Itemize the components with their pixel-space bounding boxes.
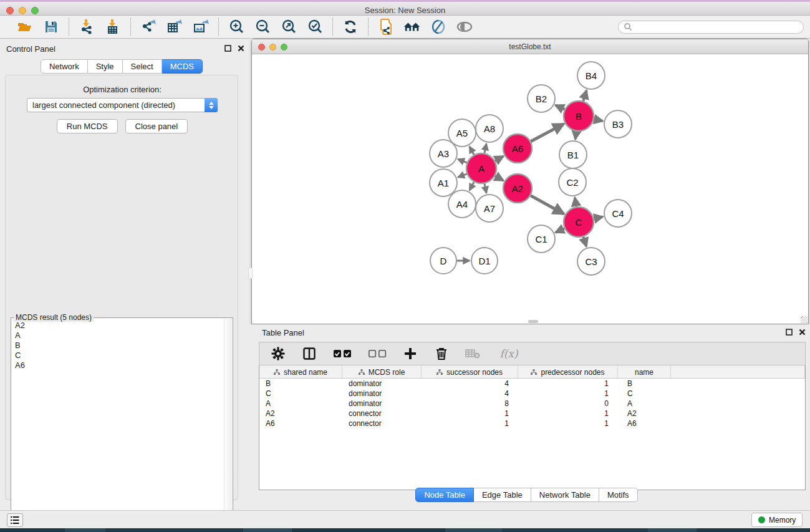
- save-session-icon[interactable]: [42, 18, 60, 36]
- memory-button[interactable]: Memory: [751, 513, 803, 527]
- import-network-icon[interactable]: [78, 18, 95, 36]
- zoom-out-icon[interactable]: [254, 18, 271, 36]
- result-scrollbar[interactable]: [224, 319, 232, 526]
- graph-node-D[interactable]: D: [430, 248, 456, 274]
- open-file-icon[interactable]: [16, 18, 34, 36]
- table-cell[interactable]: 1: [518, 409, 618, 418]
- add-column-icon[interactable]: [402, 345, 419, 362]
- table-cell[interactable]: 1: [422, 418, 518, 428]
- table-cell[interactable]: dominator: [342, 399, 422, 409]
- close-panel-icon[interactable]: [238, 45, 244, 52]
- table-row[interactable]: A6connector11A6: [259, 418, 805, 428]
- table-cell[interactable]: A2: [618, 409, 671, 418]
- show-panel-eye-icon[interactable]: [456, 18, 473, 36]
- table-cell[interactable]: A2: [259, 409, 342, 418]
- graph-edge-A-A5[interactable]: [470, 147, 474, 155]
- hide-panel-icon[interactable]: [430, 18, 447, 36]
- table-cell[interactable]: 0: [518, 399, 618, 409]
- graph-edge-B-B3[interactable]: [594, 119, 602, 121]
- graph-edge-C-C2[interactable]: [575, 198, 576, 207]
- graph-node-A4[interactable]: A4: [448, 190, 476, 218]
- graph-edge-C-C1[interactable]: [556, 228, 564, 232]
- table-row[interactable]: Adominator80A: [259, 399, 805, 409]
- table-cell[interactable]: A6: [259, 418, 342, 428]
- graph-node-B3[interactable]: B3: [604, 110, 632, 138]
- network-window-titlebar[interactable]: testGlobe.txt: [252, 39, 808, 54]
- graph-node-C2[interactable]: C2: [559, 168, 586, 196]
- tab-select[interactable]: Select: [123, 59, 162, 74]
- table-cell[interactable]: 1: [518, 418, 618, 428]
- close-panel-button[interactable]: Close panel: [125, 119, 188, 133]
- result-item[interactable]: A2: [12, 321, 222, 331]
- float-panel-icon[interactable]: [786, 329, 793, 336]
- graph-node-A3[interactable]: A3: [430, 140, 457, 167]
- graph-node-C4[interactable]: C4: [604, 200, 632, 227]
- table-cell[interactable]: C: [618, 389, 671, 399]
- graph-edge-A-A3[interactable]: [458, 159, 466, 163]
- tab-style[interactable]: Style: [88, 59, 123, 74]
- result-item[interactable]: A6: [12, 360, 222, 370]
- graph-edge-A-A6[interactable]: [495, 157, 503, 161]
- close-panel-icon[interactable]: [799, 329, 806, 336]
- column-header-successor-nodes[interactable]: successor nodes: [422, 365, 518, 379]
- graph-edge-C-C3[interactable]: [584, 237, 587, 246]
- export-table-icon[interactable]: [166, 18, 183, 36]
- graph-node-A6[interactable]: A6: [503, 134, 532, 163]
- table-cell[interactable]: dominator: [342, 389, 422, 399]
- graph-edge-A-A8[interactable]: [485, 143, 486, 153]
- graph-edge-C-C4[interactable]: [594, 216, 602, 218]
- task-history-button[interactable]: [7, 513, 23, 527]
- column-view-icon[interactable]: [301, 345, 318, 362]
- zoom-fit-icon[interactable]: [280, 18, 297, 36]
- table-row[interactable]: Cdominator41C: [259, 389, 805, 399]
- import-table-icon[interactable]: [104, 18, 122, 36]
- column-header-MCDS-role[interactable]: MCDS role: [342, 365, 422, 379]
- graph-node-A1[interactable]: A1: [430, 169, 457, 196]
- column-header-predecessor-nodes[interactable]: predecessor nodes: [518, 365, 618, 379]
- graph-node-B4[interactable]: B4: [577, 62, 605, 89]
- graph-node-A[interactable]: A: [466, 153, 496, 183]
- zoom-in-icon[interactable]: [228, 18, 245, 36]
- select-all-icon[interactable]: [332, 345, 353, 362]
- graph-node-C3[interactable]: C3: [577, 248, 605, 275]
- network-vertical-scrollbar[interactable]: [248, 268, 253, 279]
- network-horizontal-scrollbar[interactable]: [528, 320, 538, 323]
- graph-edge-B-B2[interactable]: [556, 105, 565, 110]
- network-canvas[interactable]: B4B2BB3A8A5A6A3B1AA1C2A2A4A7C4CC1DD1C3: [252, 54, 808, 324]
- search-input[interactable]: [635, 22, 798, 31]
- graph-node-A8[interactable]: A8: [476, 115, 503, 142]
- graph-edge-A-A1[interactable]: [458, 174, 466, 177]
- graph-edge-B-B1[interactable]: [576, 132, 577, 140]
- table-cell[interactable]: 8: [422, 399, 518, 409]
- tab-node-table[interactable]: Node Table: [415, 488, 474, 502]
- tab-mcds[interactable]: MCDS: [162, 59, 203, 74]
- table-cell[interactable]: connector: [342, 409, 422, 418]
- refresh-icon[interactable]: [342, 18, 359, 36]
- graph-node-B[interactable]: B: [564, 101, 594, 131]
- table-cell[interactable]: 4: [422, 389, 518, 399]
- new-network-from-selection-icon[interactable]: [377, 18, 395, 36]
- delete-column-icon[interactable]: [433, 345, 450, 362]
- tab-edge-table[interactable]: Edge Table: [474, 488, 531, 502]
- graph-node-B1[interactable]: B1: [559, 141, 587, 168]
- graph-node-B2[interactable]: B2: [528, 85, 555, 112]
- graph-edge-A-A2[interactable]: [495, 176, 503, 180]
- export-image-icon[interactable]: [192, 18, 210, 36]
- table-cell[interactable]: C: [259, 389, 342, 399]
- result-item[interactable]: B: [12, 341, 222, 351]
- graph-node-C1[interactable]: C1: [528, 225, 555, 253]
- table-cell[interactable]: A6: [618, 418, 671, 428]
- graph-node-D1[interactable]: D1: [471, 248, 498, 274]
- resize-grip-icon[interactable]: [801, 316, 808, 323]
- table-cell[interactable]: B: [618, 379, 671, 389]
- graph-node-A2[interactable]: A2: [503, 174, 532, 203]
- column-header-shared-name[interactable]: shared name: [259, 365, 342, 379]
- table-cell[interactable]: B: [259, 379, 342, 389]
- tab-network-table[interactable]: Network Table: [531, 488, 599, 502]
- table-row[interactable]: A2connector11A2: [259, 409, 805, 418]
- table-cell[interactable]: dominator: [342, 379, 422, 389]
- mcds-result-list[interactable]: A2ABCA6: [12, 321, 222, 370]
- graph-node-C[interactable]: C: [564, 207, 594, 237]
- column-header-name[interactable]: name: [618, 365, 671, 379]
- table-row[interactable]: Bdominator41B: [259, 379, 805, 389]
